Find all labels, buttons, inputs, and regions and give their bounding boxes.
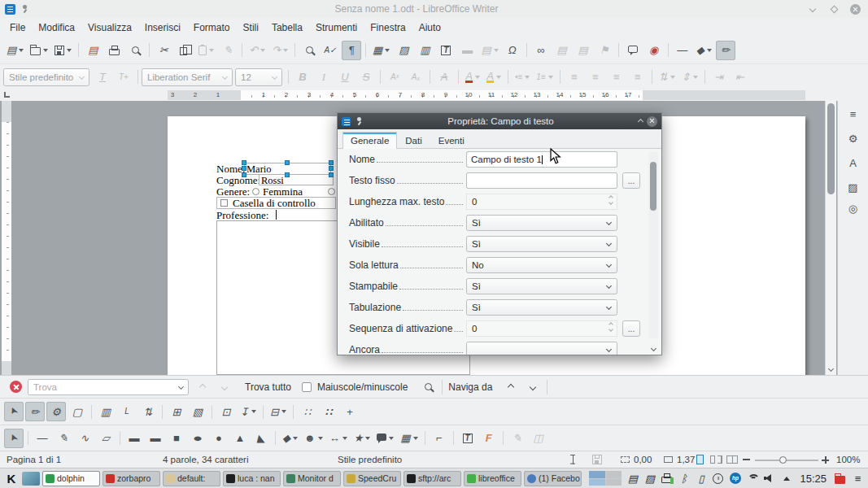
menu-formato[interactable]: Formato [187,20,237,36]
update-style-button[interactable]: T [93,68,112,87]
selection-handle[interactable] [329,166,334,171]
dropdown-arrow-icon[interactable] [283,49,288,52]
insert-page-break-button[interactable]: ▬ [457,41,477,60]
bullet-list-button[interactable]: •≡ [513,68,532,87]
export-pdf-button[interactable]: ▤ [83,41,103,60]
bluetooth-tray-icon[interactable]: ᛒ [677,472,691,486]
scroll-down-icon[interactable] [828,366,834,372]
insert-textbox-button[interactable]: T [458,429,478,448]
decrease-indent-button[interactable]: ⇤ [731,68,750,87]
print-preview-button[interactable] [125,41,145,60]
activation-order-button[interactable]: ⇅ [138,402,158,421]
selection-handle[interactable] [285,172,290,177]
redo-button[interactable]: ↷ [269,41,290,60]
spin-up-icon[interactable] [608,195,613,200]
search-input[interactable]: Trova [28,379,189,395]
match-case-checkbox[interactable] [302,382,312,392]
insert-endnote-button[interactable]: ▤ [574,41,593,60]
special-character-button[interactable]: Ω [503,41,522,60]
horizontal-line-button[interactable]: — [673,41,692,60]
insert-line-button[interactable]: — [33,429,52,448]
insert-field-button[interactable]: ▤ [478,41,500,60]
clipboard-tray-icon[interactable]: ▤ [626,472,639,486]
dialog-scrollbar-thumb[interactable] [650,162,656,211]
isosceles-triangle-button[interactable]: ▲ [230,429,250,448]
freeform-line-button[interactable]: ✎ [54,429,73,448]
zoom-slider[interactable] [755,460,818,461]
anchor-button[interactable]: ↧ [238,402,259,421]
minimize-button[interactable] [805,2,821,15]
dropdown-arrow-icon[interactable] [670,76,675,79]
task-sftp-arc[interactable]: sftp://arc [403,471,461,486]
edit-points-button[interactable]: ✎ [508,429,527,448]
flowchart-button[interactable]: ▦ [398,429,420,448]
to-3d-button[interactable]: ◫ [529,429,548,448]
menu-modifica[interactable]: Modifica [32,20,81,36]
increase-indent-button[interactable]: ⇥ [709,68,729,87]
cut-button[interactable]: ✂ [154,41,173,60]
align-right-button[interactable]: ≡ [607,68,626,87]
menu-visualizza[interactable]: Visualizza [81,20,138,36]
radio-femmina[interactable] [252,188,260,195]
dropdown-arrow-icon[interactable] [281,410,286,413]
record-changes-button[interactable]: ◉ [644,41,664,60]
symbol-shapes-button[interactable]: ☻ [302,429,325,448]
open-in-design-mode-button[interactable]: ▧ [188,402,207,421]
tab-stop-selector[interactable] [4,92,10,98]
ellipse-button[interactable]: ● [188,429,207,448]
stampabile-dropdown[interactable]: Sì [466,278,617,294]
dropdown-arrow-icon[interactable] [43,49,48,52]
paragraph-spacing-button[interactable]: ⇕ [679,68,700,87]
select-button[interactable]: ➤ [4,429,24,448]
zoom-out-icon[interactable] [743,459,750,460]
control-properties-button[interactable]: ⚙ [46,402,66,421]
book-view-icon[interactable] [726,455,738,464]
underline-button[interactable]: U [335,68,355,87]
dropdown-arrow-icon[interactable] [260,49,265,52]
insert-bookmark-button[interactable]: ⚑ [595,41,614,60]
form-navigator-button[interactable]: ▥ [96,402,116,421]
font-size-combo[interactable]: 12 [235,68,282,86]
screenshot-tray-icon[interactable]: ▨ [643,472,656,486]
align-left-button[interactable]: ≡ [565,68,584,87]
dropdown-arrow-icon[interactable] [693,76,698,79]
radio-second-option[interactable] [328,188,335,195]
menu-finestra[interactable]: Finestra [364,20,412,36]
callouts-button[interactable] [374,429,396,448]
show-draw-functions-button[interactable]: ✏ [716,41,735,60]
spin-up-icon[interactable] [608,322,613,327]
spinner-arrows[interactable] [609,196,613,204]
sidebar-settings-icon[interactable]: ≡ [844,104,863,124]
testo-fisso-ellipsis-button[interactable]: ... [622,172,640,189]
find-previous-button[interactable] [194,379,211,395]
save-button[interactable] [52,41,74,60]
clear-formatting-button[interactable]: A [434,68,454,87]
horizontal-ruler[interactable]: 3211234567891011121314151617 [0,89,868,101]
selection-handle[interactable] [329,172,334,177]
dropdown-arrow-icon[interactable] [413,437,418,440]
curve-button[interactable]: ∿ [75,429,94,448]
maximize-button[interactable] [826,2,842,15]
word-count[interactable]: 4 parole, 34 caratteri [163,455,248,464]
dropdown-arrow-icon[interactable] [707,49,712,52]
find-and-replace-button[interactable] [299,41,319,60]
find-all-button[interactable]: Trova tutto [245,381,291,393]
dropdown-arrow-icon[interactable] [389,437,394,440]
print-button[interactable] [104,41,124,60]
polygon-button[interactable]: ▱ [96,429,116,448]
dropdown-arrow-icon[interactable] [19,49,24,52]
dropdown-arrow-icon[interactable] [385,49,390,52]
task-zorbapro[interactable]: zorbapro [103,471,160,486]
add-field-button[interactable]: ⊞ [167,402,186,421]
fontwork-button[interactable]: F [479,429,499,448]
spin-down-icon[interactable] [608,200,613,205]
dropdown-arrow-icon[interactable] [209,49,214,52]
insert-chart-button[interactable]: ▥ [415,41,434,60]
insert-textbox-button[interactable]: T [436,41,456,60]
snap-to-grid-button[interactable]: ∷ [319,402,338,421]
font-color-button[interactable]: A [463,68,482,87]
dialog-close-icon[interactable] [647,116,657,127]
highlight-color-button[interactable]: A [484,68,504,87]
sequenza-di-attivazione-ellipsis-button[interactable]: ... [622,320,640,337]
connector-button[interactable]: ⌐ [430,429,449,448]
